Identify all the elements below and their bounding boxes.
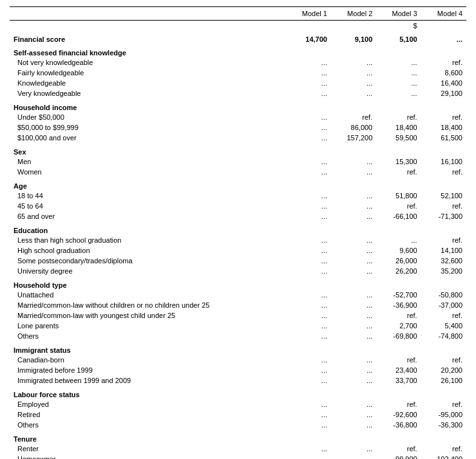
row-m4: 61,500 — [421, 133, 466, 143]
row-m4: 18,400 — [421, 122, 466, 133]
table-row: Men ... ... 15,300 16,100 — [10, 156, 466, 167]
row-m3: -36,900 — [376, 300, 421, 310]
row-m1: ... — [287, 68, 331, 78]
row-m3: 18,400 — [376, 122, 421, 133]
row-m1: ... — [287, 375, 331, 386]
table-row: Unattached ... ... -52,700 -50,800 — [10, 290, 466, 300]
row-m3: 59,500 — [376, 133, 421, 143]
section-header: Sex — [10, 143, 466, 156]
table-row: Others ... ... -69,800 -74,800 — [10, 331, 466, 341]
row-label: Immigrated between 1999 and 2009 — [10, 375, 287, 386]
row-m3: 51,800 — [376, 191, 421, 201]
row-m2: ref. — [331, 112, 376, 122]
row-m2: ... — [331, 399, 376, 409]
row-m1: ... — [287, 266, 331, 276]
row-m1: ... — [287, 444, 331, 454]
financial-m4: ... — [421, 30, 466, 44]
row-label: High school graduation — [10, 245, 287, 256]
row-m3: ref. — [376, 201, 421, 211]
row-m4: 5,400 — [421, 321, 466, 331]
col-header-model1: Model 1 — [287, 7, 331, 21]
row-m3: -66,100 — [376, 211, 421, 221]
row-m1: ... — [287, 454, 331, 459]
table-row: 65 and over ... ... -66,100 -71,300 — [10, 211, 466, 221]
table-row: Immigrated between 1999 and 2009 ... ...… — [10, 375, 466, 386]
section-label: Self-assesed financial knowledge — [10, 44, 287, 57]
section-label: Age — [10, 177, 287, 191]
row-m3: 26,000 — [376, 256, 421, 266]
section-header: Financial score 14,700 9,100 5,100 ... — [10, 30, 466, 44]
row-label: Retired — [10, 409, 287, 420]
row-label: $50,000 to $99,999 — [10, 122, 287, 133]
section-label: Sex — [10, 143, 287, 156]
row-m3: 23,400 — [376, 365, 421, 375]
row-label: Fairly knowledgeable — [10, 68, 287, 78]
table-container: Model 1 Model 2 Model 3 Model 4 $ Financ… — [0, 0, 476, 459]
row-m3: 2,700 — [376, 321, 421, 331]
row-m2: ... — [331, 88, 376, 98]
row-label: Others — [10, 331, 287, 341]
row-m3: 99,900 — [376, 454, 421, 459]
table-row: Lone parents ... ... 2,700 5,400 — [10, 321, 466, 331]
row-m3: 26,200 — [376, 266, 421, 276]
row-m4: ref. — [421, 112, 466, 122]
table-row: Canadian-born ... ... ref. ref. — [10, 355, 466, 365]
row-m1: ... — [287, 310, 331, 321]
row-m4: -95,000 — [421, 409, 466, 420]
table-row: Knowledgeable ... ... ... 16,400 — [10, 78, 466, 88]
row-m4: 26,100 — [421, 375, 466, 386]
row-label: Under $50,000 — [10, 112, 287, 122]
row-label: Lone parents — [10, 321, 287, 331]
table-row: Not very knowledgeable ... ... ... ref. — [10, 57, 466, 68]
row-label: $100,000 and over — [10, 133, 287, 143]
row-m4: 35,200 — [421, 266, 466, 276]
row-m1: ... — [287, 409, 331, 420]
row-m2: 157,200 — [331, 133, 376, 143]
section-header: Tenure — [10, 430, 466, 444]
row-m1: ... — [287, 355, 331, 365]
row-m3: ... — [376, 57, 421, 68]
section-header: Household type — [10, 276, 466, 290]
row-m1: ... — [287, 133, 331, 143]
section-header: Household income — [10, 98, 466, 112]
section-header: Labour force status — [10, 386, 466, 399]
row-m1: ... — [287, 88, 331, 98]
row-label: Others — [10, 420, 287, 430]
row-m1: ... — [287, 191, 331, 201]
row-label: Immigrated before 1999 — [10, 365, 287, 375]
row-m3: ref. — [376, 399, 421, 409]
row-label: Knowledgeable — [10, 78, 287, 88]
row-m1: ... — [287, 256, 331, 266]
row-m2: ... — [331, 68, 376, 78]
table-row: Some postsecondary/trades/diploma ... ..… — [10, 256, 466, 266]
row-m4: ref. — [421, 57, 466, 68]
row-m3: ref. — [376, 112, 421, 122]
col-header-model4: Model 4 — [421, 7, 466, 21]
table-row: Retired ... ... -92,600 -95,000 — [10, 409, 466, 420]
row-m4: ref. — [421, 167, 466, 177]
row-label: Unattached — [10, 290, 287, 300]
section-header: Education — [10, 221, 466, 235]
row-m2: ... — [331, 290, 376, 300]
row-m1: ... — [287, 290, 331, 300]
table-row: Very knowledgeable ... ... ... 29,100 — [10, 88, 466, 98]
row-m4: ref. — [421, 444, 466, 454]
row-m4: 29,100 — [421, 88, 466, 98]
row-label: Not very knowledgeable — [10, 57, 287, 68]
row-m2: ... — [331, 331, 376, 341]
table-row: $100,000 and over ... 157,200 59,500 61,… — [10, 133, 466, 143]
row-m3: -92,600 — [376, 409, 421, 420]
row-m4: ref. — [421, 235, 466, 245]
col-header-model3: Model 3 — [376, 7, 421, 21]
row-m2: ... — [331, 365, 376, 375]
row-m2: ... — [331, 321, 376, 331]
row-m4: -50,800 — [421, 290, 466, 300]
row-m3: 9,600 — [376, 245, 421, 256]
row-m4: -37,000 — [421, 300, 466, 310]
row-m2: ... — [331, 266, 376, 276]
row-m3: 33,700 — [376, 375, 421, 386]
row-m2: 86,000 — [331, 122, 376, 133]
row-m3: -36,800 — [376, 420, 421, 430]
section-label: Labour force status — [10, 386, 287, 399]
row-label: 65 and over — [10, 211, 287, 221]
